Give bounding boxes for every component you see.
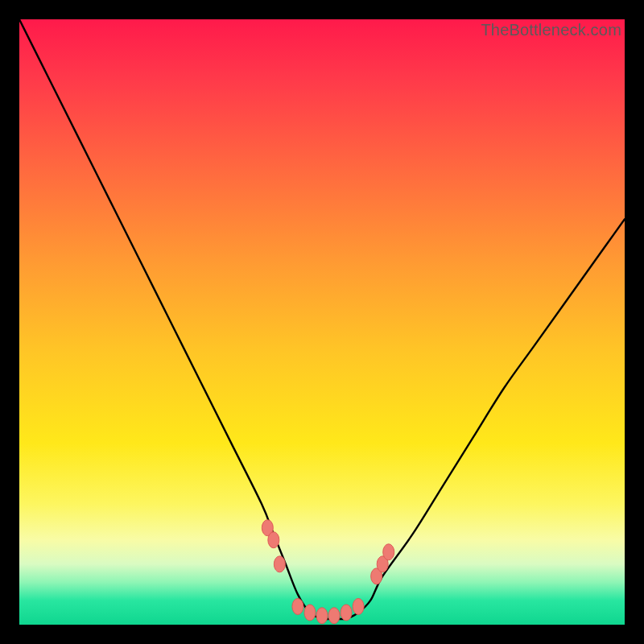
- curve-marker: [292, 598, 303, 614]
- curve-layer: [19, 19, 625, 625]
- curve-marker: [353, 598, 364, 614]
- plot-area: [19, 19, 625, 625]
- curve-markers: [262, 520, 394, 624]
- curve-marker: [316, 608, 328, 624]
- curve-marker: [341, 605, 352, 621]
- bottleneck-curve: [19, 19, 625, 619]
- curve-marker: [268, 532, 279, 548]
- watermark-text: TheBottleneck.com: [481, 21, 621, 39]
- curve-marker: [274, 556, 285, 572]
- curve-marker: [304, 605, 316, 621]
- curve-marker: [328, 608, 340, 624]
- curve-marker: [383, 544, 394, 560]
- chart-frame: TheBottleneck.com: [0, 0, 644, 644]
